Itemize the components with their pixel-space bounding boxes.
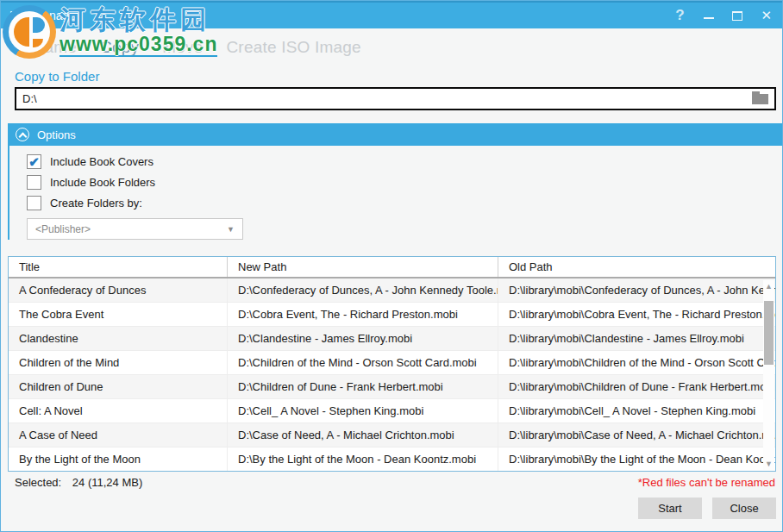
browse-folder-icon[interactable]: [752, 94, 768, 104]
create-folders-by-checkbox[interactable]: [27, 196, 41, 210]
options-header[interactable]: Options: [8, 123, 782, 146]
red-files-warning: *Red files can't be renamed: [638, 476, 775, 489]
column-header-title[interactable]: Title: [9, 257, 228, 277]
selected-label: Selected:: [15, 476, 61, 489]
table-row[interactable]: Children of Dune D:\Children of Dune - F…: [9, 375, 775, 399]
column-header-old-path[interactable]: Old Path: [498, 257, 775, 277]
vertical-scrollbar[interactable]: ▲ ▼: [763, 280, 774, 470]
copy-to-folder-label: Copy to Folder: [15, 69, 782, 84]
table-row[interactable]: A Case of Need D:\Case of Need, A - Mich…: [9, 423, 775, 448]
cell-old-path: D:\library\mobi\Confederacy of Dunces, A…: [498, 279, 775, 302]
close-icon[interactable]: ✕: [761, 9, 772, 22]
cell-new-path: D:\Cobra Event, The - Richard Preston.mo…: [228, 303, 498, 326]
cell-new-path: D:\Children of the Mind - Orson Scott Ca…: [228, 351, 498, 374]
table-header-row: Title New Path Old Path: [9, 257, 775, 279]
cell-title: A Case of Need: [9, 423, 228, 447]
action-buttons: Start Close: [638, 498, 776, 519]
watermark-logo-orange-shape: [14, 17, 29, 47]
cell-title: Children of Dune: [9, 375, 228, 398]
cell-title: A Confederacy of Dunces: [9, 279, 228, 302]
cell-old-path: D:\library\mobi\By the Light of the Moon…: [498, 448, 775, 471]
cell-old-path: D:\library\mobi\Cell_ A Novel - Stephen …: [498, 399, 775, 422]
include-book-covers-checkbox[interactable]: ✔: [27, 154, 41, 169]
start-button[interactable]: Start: [638, 498, 702, 519]
scrollbar-thumb[interactable]: [764, 301, 774, 365]
minimize-icon[interactable]: [704, 9, 714, 22]
table-row[interactable]: By the Light of the Moon D:\By the Light…: [9, 448, 775, 472]
cell-new-path: D:\Clandestine - James Ellroy.mobi: [228, 327, 498, 350]
cell-title: Clandestine: [9, 327, 228, 350]
options-header-label: Options: [37, 128, 76, 141]
table-row[interactable]: Clandestine D:\Clandestine - James Ellro…: [9, 327, 775, 351]
include-book-folders-row: Include Book Folders: [27, 174, 782, 190]
file-manager-window: File Manager ? ✕ 河东软件园 www.pc0359.cn Ren…: [0, 0, 783, 532]
scrollbar-up-icon[interactable]: ▲: [763, 280, 774, 292]
watermark-text: 河东软件园 www.pc0359.cn: [60, 7, 217, 57]
close-button[interactable]: Close: [712, 498, 776, 519]
create-folders-by-label: Create Folders by:: [50, 197, 142, 210]
options-panel: ✔ Include Book Covers Include Book Folde…: [8, 146, 782, 240]
tab-create-iso-image[interactable]: Create ISO Image: [226, 38, 360, 65]
cell-old-path: D:\library\mobi\Case of Need, A - Michae…: [498, 423, 775, 447]
cell-old-path: D:\library\mobi\Cobra Event, The - Richa…: [498, 303, 775, 326]
collapse-chevron-up-icon[interactable]: [16, 128, 29, 141]
cell-new-path: D:\Confederacy of Dunces, A - John Kenne…: [228, 279, 498, 302]
folder-by-dropdown[interactable]: <Publisher> ▼: [27, 218, 243, 240]
help-icon[interactable]: ?: [673, 7, 686, 24]
cell-new-path: D:\By the Light of the Moon - Dean Koont…: [228, 448, 498, 471]
chevron-down-icon: ▼: [227, 225, 235, 234]
column-header-new-path[interactable]: New Path: [228, 257, 498, 277]
watermark-site-url: www.pc0359.cn: [60, 33, 217, 57]
cell-title: Children of the Mind: [9, 351, 228, 374]
cell-new-path: D:\Cell_ A Novel - Stephen King.mobi: [228, 399, 498, 422]
cell-title: Cell: A Novel: [9, 399, 228, 422]
table-row[interactable]: The Cobra Event D:\Cobra Event, The - Ri…: [9, 303, 775, 327]
cell-old-path: D:\library\mobi\Clandestine - James Ellr…: [498, 327, 775, 350]
destination-path-value: D:\: [22, 92, 37, 105]
site-watermark: 河东软件园 www.pc0359.cn: [3, 5, 217, 59]
cell-new-path: D:\Case of Need, A - Michael Crichton.mo…: [228, 423, 498, 447]
include-book-covers-label: Include Book Covers: [50, 155, 153, 168]
folder-by-dropdown-value: <Publisher>: [35, 223, 91, 235]
check-icon: ✔: [28, 155, 40, 168]
scrollbar-down-icon[interactable]: ▼: [763, 458, 774, 470]
cell-old-path: D:\library\mobi\Children of the Mind - O…: [498, 351, 775, 374]
cell-title: By the Light of the Moon: [9, 448, 228, 471]
cell-old-path: D:\library\mobi\Children of Dune - Frank…: [498, 375, 775, 398]
watermark-logo-tail-shape: [33, 39, 43, 47]
cell-new-path: D:\Children of Dune - Frank Herbert.mobi: [228, 375, 498, 398]
watermark-logo-blue-shape: [33, 17, 45, 33]
create-folders-by-row: Create Folders by:: [27, 195, 782, 210]
watermark-logo-icon: [3, 5, 56, 59]
selected-value: 24 (11,24 MB): [72, 476, 142, 489]
selection-status: Selected: 24 (11,24 MB): [15, 476, 142, 489]
table-row[interactable]: Children of the Mind D:\Children of the …: [9, 351, 775, 375]
destination-path-input[interactable]: D:\: [15, 87, 776, 110]
include-book-folders-label: Include Book Folders: [50, 176, 155, 189]
include-book-covers-row: ✔ Include Book Covers: [27, 153, 782, 169]
watermark-site-name: 河东软件园: [60, 7, 217, 33]
table-row[interactable]: Cell: A Novel D:\Cell_ A Novel - Stephen…: [9, 399, 775, 423]
window-controls: ? ✕: [673, 7, 772, 24]
table-row[interactable]: A Confederacy of Dunces D:\Confederacy o…: [9, 279, 775, 303]
cell-title: The Cobra Event: [9, 303, 228, 326]
include-book-folders-checkbox[interactable]: [27, 175, 41, 190]
file-rename-table: Title New Path Old Path A Confederacy of…: [8, 256, 776, 472]
maximize-icon[interactable]: [732, 11, 742, 21]
